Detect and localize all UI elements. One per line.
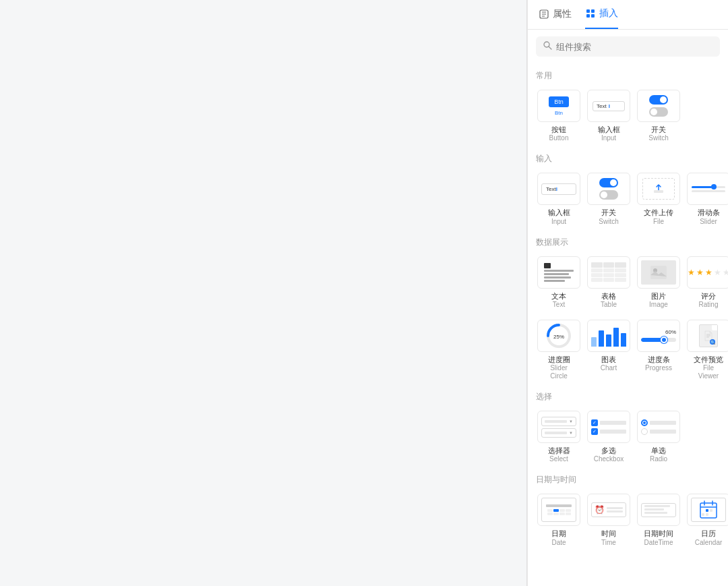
component-switch[interactable]: 开关 Switch xyxy=(636,87,681,146)
switch2-preview xyxy=(587,173,630,205)
rating-preview-icon: ★ ★ ★ ★ ★ xyxy=(688,268,729,277)
text-name-en: Text xyxy=(553,301,565,309)
progress-name-en: Progress xyxy=(645,364,672,372)
component-button[interactable]: Btn Btn 按钮 Button xyxy=(536,87,582,146)
search-bar xyxy=(528,30,728,63)
image-preview xyxy=(637,256,680,289)
svg-rect-5 xyxy=(591,9,595,13)
svg-rect-25 xyxy=(706,509,708,512)
calendar-preview-icon xyxy=(691,498,726,522)
time-preview-icon: ⏰ xyxy=(591,502,626,517)
component-radio[interactable]: 单选 Radio xyxy=(636,408,681,467)
section-title-data: 数据展示 xyxy=(536,237,720,248)
radio-preview-icon xyxy=(641,419,676,435)
panel-scroll[interactable]: 常用 Btn Btn 按钮 Button Text I xyxy=(528,63,728,586)
select-preview-icon: ▼ ▼ xyxy=(541,417,576,438)
common-grid: Btn Btn 按钮 Button Text I 输入框 Input xyxy=(536,87,720,146)
time-name-zh: 时间 xyxy=(601,529,616,538)
select-preview: ▼ ▼ xyxy=(537,411,580,443)
section-title-datetime: 日期与时间 xyxy=(536,474,720,486)
component-calendar[interactable]: 日历 Calendar xyxy=(686,491,728,550)
component-table[interactable]: 表格 Table xyxy=(586,254,632,313)
file-name-en: File xyxy=(653,218,664,226)
image-name-en: Image xyxy=(649,301,668,309)
chart-name-en: Chart xyxy=(601,364,617,372)
component-chart[interactable]: 图表 Chart xyxy=(586,317,632,384)
svg-rect-11 xyxy=(650,266,667,279)
calendar-name-zh: 日历 xyxy=(701,529,716,538)
component-file[interactable]: 文件上传 File xyxy=(636,170,681,229)
input-name-en: Input xyxy=(601,134,616,142)
checkbox-preview-icon: ✓ ✓ xyxy=(591,419,626,435)
search-input[interactable] xyxy=(556,42,713,52)
component-slider-circle[interactable]: 25% 进度圈 SliderCircle xyxy=(536,317,582,384)
text-name-zh: 文本 xyxy=(551,291,566,301)
section-title-select: 选择 xyxy=(536,391,720,403)
datetime-preview-icon xyxy=(641,503,676,517)
component-time[interactable]: ⏰ 时间 Time xyxy=(586,491,632,550)
select-name-en: Select xyxy=(549,455,568,463)
datetime-grid: 日期 Date ⏰ 时间 Time xyxy=(536,491,720,550)
component-progress[interactable]: 60% 进度条 Progress xyxy=(636,317,681,384)
calendar-name-en: Calendar xyxy=(695,539,723,547)
component-rating[interactable]: ★ ★ ★ ★ ★ 评分 Rating xyxy=(686,254,728,313)
slider-circle-preview: 25% xyxy=(537,320,580,352)
rating-name-en: Rating xyxy=(699,301,719,309)
input2-preview-icon: TextI xyxy=(541,183,576,195)
chart-preview xyxy=(587,320,630,352)
svg-line-9 xyxy=(549,47,551,49)
slider-circle-name-zh: 进度圈 xyxy=(548,355,570,364)
progress-preview-icon: 60% xyxy=(641,329,676,342)
datetime-name-en: DateTime xyxy=(644,539,673,547)
component-checkbox[interactable]: ✓ ✓ 多选 Checkbox xyxy=(586,408,632,467)
search-input-wrapper[interactable] xyxy=(536,36,720,57)
tab-properties-label: 属性 xyxy=(553,8,572,20)
switch-name-zh: 开关 xyxy=(651,125,666,134)
component-image[interactable]: 图片 Image xyxy=(636,254,681,313)
table-name-zh: 表格 xyxy=(601,291,616,301)
component-input[interactable]: Text I 输入框 Input xyxy=(586,87,632,146)
component-file-viewer[interactable]: 🔍 文件预览 FileViewer xyxy=(686,317,728,384)
slider-name-en: Slider xyxy=(700,218,717,226)
select-name-zh: 选择器 xyxy=(548,446,570,455)
button-preview-icon: Btn xyxy=(549,96,569,107)
file-preview xyxy=(637,173,680,205)
rating-name-zh: 评分 xyxy=(701,291,716,301)
right-panel: 属性 插入 xyxy=(527,0,728,586)
component-datetime[interactable]: 日期时间 DateTime xyxy=(636,491,681,550)
time-preview: ⏰ xyxy=(587,494,630,526)
input-name-zh: 输入框 xyxy=(598,125,620,134)
svg-rect-6 xyxy=(586,14,590,18)
time-name-en: Time xyxy=(601,539,616,547)
radio-name-en: Radio xyxy=(650,455,667,463)
tab-insert-label: 插入 xyxy=(599,7,618,20)
tab-properties[interactable]: 属性 xyxy=(539,0,572,29)
component-text[interactable]: 文本 Text xyxy=(536,254,582,313)
search-icon xyxy=(543,40,552,53)
component-input2[interactable]: TextI 输入框 Input xyxy=(536,170,582,229)
slider-preview xyxy=(687,173,728,205)
date-preview xyxy=(537,494,580,526)
chart-preview-icon xyxy=(588,322,629,349)
switch2-name-zh: 开关 xyxy=(601,208,616,217)
input2-name-zh: 输入框 xyxy=(548,208,570,217)
radio-name-zh: 单选 xyxy=(651,446,666,455)
component-switch2[interactable]: 开关 Switch xyxy=(586,170,632,229)
svg-rect-28 xyxy=(706,513,708,516)
component-slider[interactable]: 滑动条 Slider xyxy=(686,170,728,229)
svg-text:🔍: 🔍 xyxy=(710,339,716,345)
tab-insert[interactable]: 插入 xyxy=(585,0,618,29)
button-name-zh: 按钮 xyxy=(551,125,566,134)
image-preview-icon xyxy=(641,260,676,285)
slider-circle-name-en: SliderCircle xyxy=(550,364,568,380)
file-preview-icon xyxy=(642,178,675,200)
component-select[interactable]: ▼ ▼ 选择器 Select xyxy=(536,408,582,467)
switch-name-en: Switch xyxy=(648,134,668,142)
text-preview-icon xyxy=(541,260,576,285)
component-date[interactable]: 日期 Date xyxy=(536,491,582,550)
file-viewer-name-en: FileViewer xyxy=(698,364,719,380)
svg-text:25%: 25% xyxy=(553,334,564,340)
input-grid: TextI 输入框 Input 开关 Switch xyxy=(536,170,720,229)
slider-circle-icon: 25% xyxy=(544,321,574,351)
slider-preview-icon xyxy=(692,186,725,192)
